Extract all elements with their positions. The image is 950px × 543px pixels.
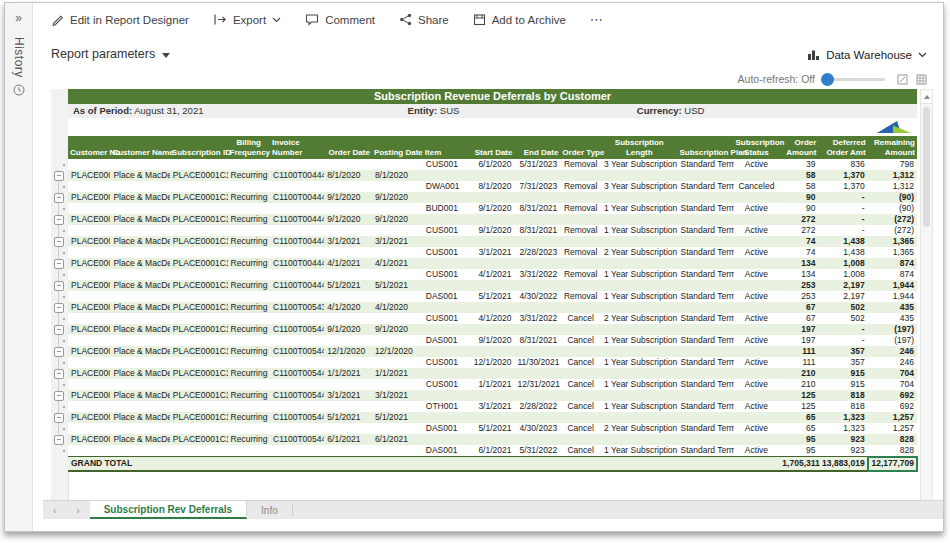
cell[interactable]: PLACE0001: [68, 390, 110, 401]
cell[interactable]: [110, 225, 169, 236]
cell[interactable]: 4/1/2021: [470, 269, 514, 280]
cell[interactable]: [560, 434, 601, 445]
cell[interactable]: 357: [818, 357, 867, 368]
cell[interactable]: 1,312: [868, 181, 917, 192]
cell[interactable]: 1,370: [818, 181, 867, 192]
cell[interactable]: 90: [779, 203, 818, 214]
cell[interactable]: [110, 313, 169, 324]
more-actions-button[interactable]: ⋯: [590, 12, 604, 27]
cell[interactable]: 246: [868, 346, 917, 357]
cell[interactable]: [734, 302, 780, 313]
history-tab-label[interactable]: History: [12, 37, 26, 78]
cell[interactable]: [677, 368, 733, 379]
outline-collapse-button[interactable]: −: [54, 259, 64, 269]
cell[interactable]: 1/1/2021: [470, 379, 514, 390]
cell[interactable]: 111: [779, 357, 818, 368]
cell[interactable]: 5/1/2021: [324, 412, 372, 423]
cell[interactable]: [514, 192, 560, 203]
cell[interactable]: [560, 214, 601, 225]
outline-collapse-button[interactable]: −: [54, 347, 64, 357]
cell[interactable]: [560, 346, 601, 357]
cell[interactable]: [677, 346, 733, 357]
cell[interactable]: [470, 192, 514, 203]
cell[interactable]: C1100T00544: [270, 412, 324, 423]
cell[interactable]: 3/1/2021: [470, 247, 514, 258]
cell[interactable]: Place & MacDero A: [110, 192, 169, 203]
cell[interactable]: C1100T00544: [270, 324, 324, 335]
cell[interactable]: 2/28/2022: [514, 401, 560, 412]
comment-button[interactable]: Comment: [305, 13, 375, 26]
cell[interactable]: Cancel: [560, 423, 601, 434]
cell[interactable]: 502: [818, 302, 867, 313]
cell[interactable]: 4/30/2022: [514, 291, 560, 302]
cell[interactable]: 1 Year Subscription: [601, 203, 677, 214]
cell[interactable]: CUS001: [423, 269, 471, 280]
cell[interactable]: Removal: [560, 225, 601, 236]
cell[interactable]: 1,257: [868, 423, 917, 434]
cell[interactable]: Standard Term: [677, 203, 733, 214]
cell[interactable]: 5/1/2021: [324, 280, 372, 291]
cell[interactable]: Recurring: [228, 390, 270, 401]
cell[interactable]: CUS001: [423, 225, 471, 236]
cell[interactable]: 5/1/2021: [470, 291, 514, 302]
cell[interactable]: [170, 401, 228, 412]
cell[interactable]: Canceled: [734, 181, 780, 192]
cell[interactable]: 134: [779, 269, 818, 280]
cell[interactable]: 874: [868, 269, 917, 280]
outline-collapse-button[interactable]: −: [54, 435, 64, 445]
cell[interactable]: 1,365: [868, 236, 917, 247]
cell[interactable]: Place & MacDero A: [110, 368, 169, 379]
cell[interactable]: [470, 324, 514, 335]
cell[interactable]: Active: [734, 291, 780, 302]
cell[interactable]: [170, 379, 228, 390]
cell[interactable]: DWA001: [423, 181, 471, 192]
cell[interactable]: 1,008: [818, 258, 867, 269]
cell[interactable]: [423, 236, 471, 247]
cell[interactable]: [470, 214, 514, 225]
cell[interactable]: Standard Term: [677, 357, 733, 368]
cell[interactable]: 67: [779, 302, 818, 313]
cell[interactable]: 3/31/2022: [514, 313, 560, 324]
outline-collapse-button[interactable]: −: [54, 237, 64, 247]
cell[interactable]: [423, 214, 471, 225]
cell[interactable]: 3/31/2022: [514, 269, 560, 280]
cell[interactable]: [514, 258, 560, 269]
cell[interactable]: [228, 269, 270, 280]
cell[interactable]: 95: [779, 434, 818, 445]
cell[interactable]: 1,370: [818, 170, 867, 181]
cell[interactable]: 1 Year Subscription: [601, 379, 677, 390]
cell[interactable]: [734, 390, 780, 401]
cell[interactable]: [110, 401, 169, 412]
cell[interactable]: [734, 236, 780, 247]
cell[interactable]: [228, 247, 270, 258]
cell[interactable]: Standard Term: [677, 313, 733, 324]
cell[interactable]: -: [818, 192, 867, 203]
cell[interactable]: 502: [818, 313, 867, 324]
cell[interactable]: Cancel: [560, 335, 601, 346]
outline-collapse-button[interactable]: −: [54, 171, 64, 181]
cell[interactable]: Cancel: [560, 445, 601, 457]
cell[interactable]: PLACE0001: [68, 324, 110, 335]
cell[interactable]: Standard Term: [677, 269, 733, 280]
expand-panel-icon[interactable]: »: [5, 3, 32, 25]
cell[interactable]: C1100T00444: [270, 192, 324, 203]
cell[interactable]: [423, 258, 471, 269]
cell[interactable]: 272: [779, 225, 818, 236]
cell[interactable]: [170, 357, 228, 368]
cell[interactable]: [423, 170, 471, 181]
cell[interactable]: DAS001: [423, 335, 471, 346]
scrollbar-thumb[interactable]: [923, 107, 930, 227]
cell[interactable]: [470, 390, 514, 401]
cell[interactable]: Active: [734, 379, 780, 390]
cell[interactable]: 1 Year Subscription: [601, 335, 677, 346]
cell[interactable]: 12/1/2020: [324, 346, 372, 357]
cell[interactable]: [601, 280, 677, 291]
cell[interactable]: 2 Year Subscription: [601, 423, 677, 434]
cell[interactable]: 4/1/2020: [372, 302, 423, 313]
cell[interactable]: [560, 192, 601, 203]
cell[interactable]: (90): [868, 203, 917, 214]
cell[interactable]: 2 Year Subscription: [601, 313, 677, 324]
cell[interactable]: [372, 225, 423, 236]
cell[interactable]: PLACE0001C110: [170, 192, 228, 203]
cell[interactable]: [228, 291, 270, 302]
